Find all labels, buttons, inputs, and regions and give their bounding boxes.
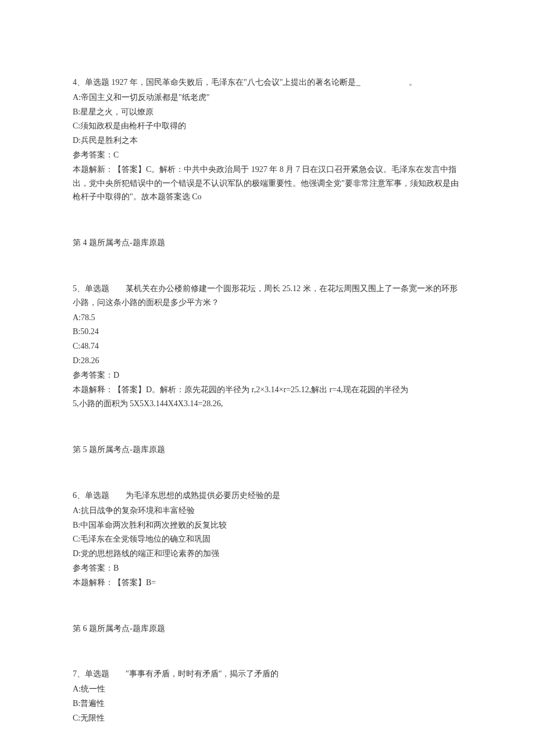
question-5-topic: 第 5 题所属考点-题库原题 xyxy=(73,443,462,457)
question-7-stem: 7、单选题 "事事有矛盾，时时有矛盾"，揭示了矛盾的 xyxy=(73,667,462,681)
question-5: 5、单选题 某机关在办公楼前修建一个圆形花坛，周长 25.12 米，在花坛周围又… xyxy=(73,282,462,457)
question-6-option-d: D:党的思想路线的端正和理论素养的加强 xyxy=(73,547,462,561)
question-5-option-b: B:50.24 xyxy=(73,325,462,339)
question-4-option-a: A:帝国主义和一切反动派都是"纸老虎" xyxy=(73,91,462,105)
question-4: 4、单选题 1927 年，国民革命失败后，毛泽东在"八七会议"上提出的著名论断是… xyxy=(73,76,462,250)
question-4-option-b: B:星星之火，可以燎原 xyxy=(73,105,462,119)
question-6-topic: 第 6 题所属考点-题库原题 xyxy=(73,622,462,636)
question-5-option-a: A:78.5 xyxy=(73,311,462,325)
question-5-option-c: C:48.74 xyxy=(73,339,462,353)
question-6-stem: 6、单选题 为毛泽东思想的成熟提供必要历史经验的是 xyxy=(73,489,462,503)
question-6-option-b: B:中国革命两次胜利和两次挫败的反复比较 xyxy=(73,518,462,532)
question-4-answer: 参考答案：C xyxy=(73,148,462,162)
question-6-answer: 参考答案：B xyxy=(73,561,462,575)
question-7-option-b: B:普遍性 xyxy=(73,697,462,711)
question-7-option-c: C:无限性 xyxy=(73,711,462,725)
question-5-option-d: D:28.26 xyxy=(73,354,462,368)
question-4-option-c: C:须知政权是由枪杆子中取得的 xyxy=(73,119,462,133)
question-6: 6、单选题 为毛泽东思想的成熟提供必要历史经验的是 A:抗日战争的复杂环境和丰富… xyxy=(73,489,462,635)
question-5-explanation-line1: 本题解释：【答案】D。解析：原先花园的半径为 r,2×3.14×r=25.12,… xyxy=(73,383,462,397)
question-7: 7、单选题 "事事有矛盾，时时有矛盾"，揭示了矛盾的 A:统一性 B:普遍性 C… xyxy=(73,667,462,725)
question-6-option-c: C:毛泽东在全党领导地位的确立和巩固 xyxy=(73,532,462,546)
question-5-explanation-line2: 5,小路的面积为 5X5X3.144X4X3.14=28.26, xyxy=(73,397,462,411)
document-page: 4、单选题 1927 年，国民革命失败后，毛泽东在"八七会议"上提出的著名论断是… xyxy=(0,0,535,756)
question-4-option-d: D:兵民是胜利之本 xyxy=(73,134,462,148)
question-4-explanation: 本题解新：【答案】C。解析：中共中央政治局于 1927 年 8 月 7 日在汉口… xyxy=(73,163,462,204)
question-6-explanation: 本题解释：【答案】B= xyxy=(73,576,462,590)
question-4-topic: 第 4 题所属考点-题库原题 xyxy=(73,236,462,250)
question-5-answer: 参考答案：D xyxy=(73,368,462,382)
question-7-option-a: A:统一性 xyxy=(73,682,462,696)
question-6-option-a: A:抗日战争的复杂环境和丰富经验 xyxy=(73,504,462,518)
question-5-stem: 5、单选题 某机关在办公楼前修建一个圆形花坛，周长 25.12 米，在花坛周围又… xyxy=(73,282,462,310)
question-4-stem: 4、单选题 1927 年，国民革命失败后，毛泽东在"八七会议"上提出的著名论断是… xyxy=(73,76,462,89)
